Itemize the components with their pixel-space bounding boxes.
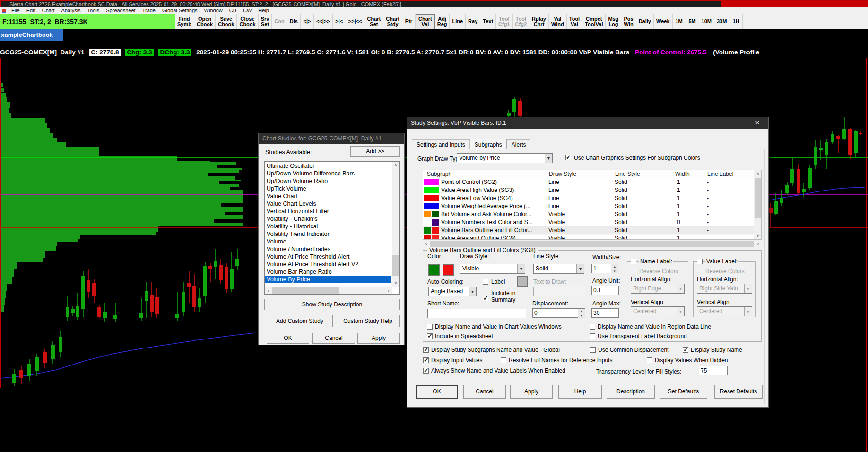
subgraph-table-header[interactable]: Subgraph Draw Style Line Style Width Lin…: [423, 170, 761, 178]
color-swatch[interactable]: [424, 179, 439, 185]
name-label-checkbox[interactable]: [631, 259, 636, 264]
toolbar-button-adj-reg[interactable]: AdjReg: [435, 14, 450, 29]
subgraph-color-swatches[interactable]: [424, 195, 439, 201]
toolbar-button-save-cbook[interactable]: SaveCbook: [216, 14, 237, 29]
toolbar-button-tool-cfg2[interactable]: ToolCfg2: [513, 14, 529, 29]
toolbar-button-sym-9[interactable]: >|<: [333, 14, 346, 29]
include-in-summary-checkbox[interactable]: [483, 296, 488, 301]
study-list-item[interactable]: Up/Down Volume Difference Bars: [265, 170, 391, 177]
menu-trade[interactable]: Trade: [139, 7, 159, 14]
study-list-item[interactable]: Volume By Price: [265, 276, 391, 283]
transparent-label-checkbox[interactable]: [590, 333, 595, 339]
tab-settings-and-inputs[interactable]: Settings and Inputs: [412, 139, 470, 149]
color-swatch[interactable]: [432, 227, 439, 234]
subgraph-color-swatches[interactable]: [424, 219, 439, 226]
tab-alerts[interactable]: Alerts: [507, 139, 531, 149]
toolbar-button-sym-7[interactable]: <|>: [301, 14, 314, 29]
help-button[interactable]: Help: [558, 385, 602, 399]
subgraph-row[interactable]: Point of Control (SG2)LineSolid1-: [423, 178, 754, 186]
study-list-item[interactable]: Value Chart Levels: [265, 200, 391, 208]
display-values-hidden-checkbox[interactable]: [647, 357, 652, 363]
menu-tools[interactable]: Tools: [84, 7, 103, 14]
menu-cb[interactable]: CB: [226, 7, 240, 14]
studies-listbox[interactable]: Ultimate OscillatorUp/Down Volume Differ…: [264, 161, 400, 295]
toolbar-button-line[interactable]: Line: [450, 14, 466, 29]
auto-coloring-combo[interactable]: Angle Based: [428, 287, 477, 296]
study-list-item[interactable]: Volume Bar Range Ratio: [265, 268, 391, 276]
scroll-right-icon[interactable]: ›: [385, 287, 392, 294]
scroll-right-icon[interactable]: ›: [755, 240, 762, 247]
cancel-button[interactable]: Cancel: [463, 385, 506, 399]
spin-down-icon[interactable]: ▾: [578, 313, 585, 318]
color-swatch[interactable]: [432, 235, 439, 239]
close-icon[interactable]: ✕: [750, 117, 764, 129]
reset-defaults-button[interactable]: Reset Defaults: [714, 385, 763, 399]
subgraph-color-swatches[interactable]: [424, 187, 439, 193]
subgraph-color-swatches[interactable]: [424, 211, 439, 217]
menu-global-settings[interactable]: Global Settings: [159, 7, 201, 14]
subgraph-row[interactable]: Volume Numbers Text Color and S...Visibl…: [423, 218, 754, 226]
study-list-item[interactable]: Volume At Price Threshold Alert: [265, 253, 391, 261]
draw-style-combo[interactable]: Visible: [460, 264, 525, 274]
transparency-level-input[interactable]: 75: [699, 366, 728, 375]
studies-vertical-scrollbar[interactable]: ∧ ∨: [392, 162, 399, 287]
toolbar-button-text[interactable]: Text: [480, 14, 496, 29]
dropdown-arrow-icon[interactable]: [469, 287, 476, 296]
toolbar-button-chart-set[interactable]: ChartSet: [365, 14, 384, 29]
toolbar-button-sym-8[interactable]: <<|>>: [314, 14, 333, 29]
label-checkbox[interactable]: [483, 279, 488, 285]
table-vertical-scrollbar[interactable]: ∧ ∨: [754, 170, 761, 239]
study-list-item[interactable]: Volatility - Chaikin's: [265, 215, 391, 223]
color-swatch[interactable]: [424, 187, 439, 193]
toolbar-button-1m[interactable]: 1M: [673, 14, 686, 29]
study-list-item[interactable]: Volatility Trend Indicator: [265, 230, 391, 238]
ok-button[interactable]: OK: [416, 385, 458, 399]
subgraph-color-swatches[interactable]: [424, 235, 439, 239]
menu-edit[interactable]: Edit: [23, 7, 39, 14]
scroll-down-icon[interactable]: ∨: [392, 279, 399, 287]
scroll-thumb[interactable]: [272, 287, 339, 294]
toolbar-button-tool-cfg1[interactable]: ToolCfg1: [496, 14, 512, 29]
toolbar-button-find-symb[interactable]: FindSymb: [175, 14, 194, 29]
scroll-down-icon[interactable]: ∨: [754, 232, 762, 239]
set-defaults-button[interactable]: Set Defaults: [660, 385, 707, 399]
sg8-color-2[interactable]: [443, 264, 454, 276]
color-swatch[interactable]: [432, 219, 439, 226]
color-swatch[interactable]: [424, 219, 431, 226]
label-color-button[interactable]: [517, 276, 528, 287]
toolbar-button-5m[interactable]: 5M: [686, 14, 699, 29]
toolbar-button-sym-10[interactable]: >>|<<: [346, 14, 365, 29]
custom-study-help-button[interactable]: Custom Study Help: [336, 315, 400, 327]
menu-file[interactable]: File: [8, 7, 23, 14]
sg8-color-1[interactable]: [428, 264, 440, 276]
tab-subgraphs[interactable]: Subgraphs: [470, 139, 507, 149]
toolbar-button-con[interactable]: Con: [272, 14, 287, 29]
menu-help[interactable]: Help: [255, 7, 272, 14]
short-name-input[interactable]: [427, 309, 526, 318]
study-list-item[interactable]: Value Chart: [265, 192, 391, 200]
toolbar-button-chart-val[interactable]: ChartVal: [416, 14, 435, 29]
color-swatch[interactable]: [424, 203, 439, 209]
header-line-style[interactable]: Line Style: [611, 170, 671, 178]
menu-chart[interactable]: Chart: [39, 7, 58, 14]
subgraph-color-swatches[interactable]: [424, 179, 439, 185]
header-line-label[interactable]: Line Label: [703, 170, 754, 178]
apply-button[interactable]: Apply: [510, 385, 553, 399]
studies-horizontal-scrollbar[interactable]: ‹ ›: [265, 287, 392, 294]
toolbar-button-srv-set[interactable]: SrvSet: [259, 14, 272, 29]
use-chart-graphics-checkbox[interactable]: [565, 155, 571, 160]
toolbar-button-msg-log[interactable]: MsgLog: [606, 14, 621, 29]
header-draw-style[interactable]: Draw Style: [545, 170, 611, 178]
color-swatch[interactable]: [424, 227, 431, 234]
study-list-item[interactable]: Volume: [265, 238, 391, 245]
chart-studies-dialog-title[interactable]: Chart Studies for: GCG25-COMEX[M] Daily …: [259, 133, 404, 144]
subgraph-row[interactable]: Value Area Low Value (SG4)LineSolid1-: [423, 194, 754, 202]
description-button[interactable]: Description: [607, 385, 655, 399]
use-common-displacement-checkbox[interactable]: [590, 347, 596, 353]
toolbar-button-tool-val[interactable]: ToolVal: [567, 14, 582, 29]
toolbar-button-open-cbook[interactable]: OpenCbook: [194, 14, 216, 29]
spin-up-icon[interactable]: ▴: [611, 264, 618, 269]
dropdown-arrow-icon[interactable]: [517, 264, 525, 273]
toolbar-button-ptr[interactable]: Ptr: [402, 14, 416, 29]
study-list-item[interactable]: Ultimate Oscillator: [265, 162, 391, 170]
